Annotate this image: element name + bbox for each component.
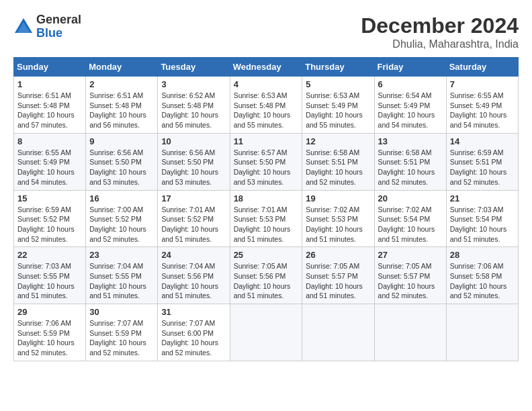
day-number: 31 [161,307,226,317]
table-row [374,304,446,361]
day-number: 25 [234,250,299,260]
table-row: 22Sunrise: 7:03 AMSunset: 5:55 PMDayligh… [14,247,86,304]
day-info: Sunrise: 7:05 AMSunset: 5:57 PMDaylight:… [306,261,370,301]
table-row: 30Sunrise: 7:07 AMSunset: 5:59 PMDayligh… [86,304,158,361]
day-number: 21 [450,193,515,203]
table-row: 6Sunrise: 6:54 AMSunset: 5:49 PMDaylight… [374,77,446,134]
day-number: 23 [89,250,154,260]
day-number: 19 [306,193,370,203]
day-info: Sunrise: 7:04 AMSunset: 5:55 PMDaylight:… [89,261,154,301]
day-number: 7 [450,79,515,89]
day-info: Sunrise: 7:07 AMSunset: 6:00 PMDaylight:… [161,318,226,358]
table-row: 4Sunrise: 6:53 AMSunset: 5:48 PMDaylight… [230,77,302,134]
table-row: 28Sunrise: 7:06 AMSunset: 5:58 PMDayligh… [446,247,518,304]
header-monday: Monday [86,58,158,77]
day-number: 11 [234,136,299,146]
table-row [446,304,518,361]
day-info: Sunrise: 6:56 AMSunset: 5:50 PMDaylight:… [89,148,154,187]
day-number: 1 [17,79,82,89]
logo-icon [13,17,34,37]
day-info: Sunrise: 6:53 AMSunset: 5:49 PMDaylight:… [306,91,370,130]
day-info: Sunrise: 7:05 AMSunset: 5:56 PMDaylight:… [234,261,299,301]
header-sunday: Sunday [14,58,86,77]
calendar-table: Sunday Monday Tuesday Wednesday Thursday… [13,57,519,361]
day-number: 2 [89,79,154,89]
header-thursday: Thursday [302,58,374,77]
table-row [302,304,374,361]
day-info: Sunrise: 6:58 AMSunset: 5:51 PMDaylight:… [306,148,370,187]
day-info: Sunrise: 6:55 AMSunset: 5:49 PMDaylight:… [17,148,82,187]
calendar-week-row: 1Sunrise: 6:51 AMSunset: 5:48 PMDaylight… [14,77,519,134]
table-row: 12Sunrise: 6:58 AMSunset: 5:51 PMDayligh… [302,133,374,190]
table-row: 1Sunrise: 6:51 AMSunset: 5:48 PMDaylight… [14,77,86,134]
table-row: 13Sunrise: 6:58 AMSunset: 5:51 PMDayligh… [374,133,446,190]
day-number: 10 [161,136,226,146]
day-number: 16 [89,193,154,203]
header-wednesday: Wednesday [230,58,302,77]
day-number: 29 [17,307,82,317]
table-row: 14Sunrise: 6:59 AMSunset: 5:51 PMDayligh… [446,133,518,190]
logo-blue: Blue [36,27,81,40]
day-info: Sunrise: 7:06 AMSunset: 5:59 PMDaylight:… [17,318,82,358]
table-row: 2Sunrise: 6:51 AMSunset: 5:48 PMDaylight… [86,77,158,134]
logo-general: General [36,13,81,27]
table-row: 23Sunrise: 7:04 AMSunset: 5:55 PMDayligh… [86,247,158,304]
day-info: Sunrise: 6:53 AMSunset: 5:48 PMDaylight:… [234,91,299,130]
table-row: 21Sunrise: 7:03 AMSunset: 5:54 PMDayligh… [446,190,518,247]
day-number: 22 [17,250,82,260]
table-row: 16Sunrise: 7:00 AMSunset: 5:52 PMDayligh… [86,190,158,247]
day-number: 30 [89,307,154,317]
day-info: Sunrise: 7:04 AMSunset: 5:56 PMDaylight:… [161,261,226,301]
day-info: Sunrise: 6:58 AMSunset: 5:51 PMDaylight:… [378,148,443,187]
calendar-week-row: 22Sunrise: 7:03 AMSunset: 5:55 PMDayligh… [14,247,519,304]
calendar-header-row: Sunday Monday Tuesday Wednesday Thursday… [14,58,519,77]
table-row: 18Sunrise: 7:01 AMSunset: 5:53 PMDayligh… [230,190,302,247]
day-number: 24 [161,250,226,260]
header-tuesday: Tuesday [158,58,230,77]
day-info: Sunrise: 7:03 AMSunset: 5:55 PMDaylight:… [17,261,82,301]
table-row: 10Sunrise: 6:56 AMSunset: 5:50 PMDayligh… [158,133,230,190]
day-number: 8 [17,136,82,146]
table-row: 24Sunrise: 7:04 AMSunset: 5:56 PMDayligh… [158,247,230,304]
table-row: 17Sunrise: 7:01 AMSunset: 5:52 PMDayligh… [158,190,230,247]
table-row: 29Sunrise: 7:06 AMSunset: 5:59 PMDayligh… [14,304,86,361]
day-number: 4 [234,79,299,89]
header-saturday: Saturday [446,58,518,77]
table-row: 25Sunrise: 7:05 AMSunset: 5:56 PMDayligh… [230,247,302,304]
day-info: Sunrise: 6:56 AMSunset: 5:50 PMDaylight:… [161,148,226,187]
day-number: 15 [17,193,82,203]
day-number: 28 [450,250,515,260]
location-title: Dhulia, Maharashtra, India [361,38,519,50]
day-info: Sunrise: 6:54 AMSunset: 5:49 PMDaylight:… [378,91,443,130]
day-number: 6 [378,79,443,89]
table-row: 26Sunrise: 7:05 AMSunset: 5:57 PMDayligh… [302,247,374,304]
day-info: Sunrise: 7:05 AMSunset: 5:57 PMDaylight:… [378,261,443,301]
day-number: 13 [378,136,443,146]
table-row: 20Sunrise: 7:02 AMSunset: 5:54 PMDayligh… [374,190,446,247]
day-info: Sunrise: 6:57 AMSunset: 5:50 PMDaylight:… [234,148,299,187]
table-row: 31Sunrise: 7:07 AMSunset: 6:00 PMDayligh… [158,304,230,361]
day-info: Sunrise: 7:03 AMSunset: 5:54 PMDaylight:… [450,205,515,244]
day-info: Sunrise: 6:52 AMSunset: 5:48 PMDaylight:… [161,91,226,130]
day-info: Sunrise: 7:02 AMSunset: 5:53 PMDaylight:… [306,205,370,244]
day-info: Sunrise: 6:51 AMSunset: 5:48 PMDaylight:… [17,91,82,130]
table-row: 7Sunrise: 6:55 AMSunset: 5:49 PMDaylight… [446,77,518,134]
day-number: 5 [306,79,370,89]
day-number: 14 [450,136,515,146]
table-row: 11Sunrise: 6:57 AMSunset: 5:50 PMDayligh… [230,133,302,190]
day-info: Sunrise: 7:07 AMSunset: 5:59 PMDaylight:… [89,318,154,358]
day-info: Sunrise: 7:02 AMSunset: 5:54 PMDaylight:… [378,205,443,244]
day-number: 9 [89,136,154,146]
day-info: Sunrise: 6:59 AMSunset: 5:52 PMDaylight:… [17,205,82,244]
calendar-week-row: 8Sunrise: 6:55 AMSunset: 5:49 PMDaylight… [14,133,519,190]
day-info: Sunrise: 7:06 AMSunset: 5:58 PMDaylight:… [450,261,515,301]
day-number: 3 [161,79,226,89]
calendar-week-row: 29Sunrise: 7:06 AMSunset: 5:59 PMDayligh… [14,304,519,361]
day-number: 26 [306,250,370,260]
day-info: Sunrise: 6:59 AMSunset: 5:51 PMDaylight:… [450,148,515,187]
table-row: 3Sunrise: 6:52 AMSunset: 5:48 PMDaylight… [158,77,230,134]
day-number: 20 [378,193,443,203]
day-number: 12 [306,136,370,146]
table-row: 19Sunrise: 7:02 AMSunset: 5:53 PMDayligh… [302,190,374,247]
day-info: Sunrise: 6:55 AMSunset: 5:49 PMDaylight:… [450,91,515,130]
